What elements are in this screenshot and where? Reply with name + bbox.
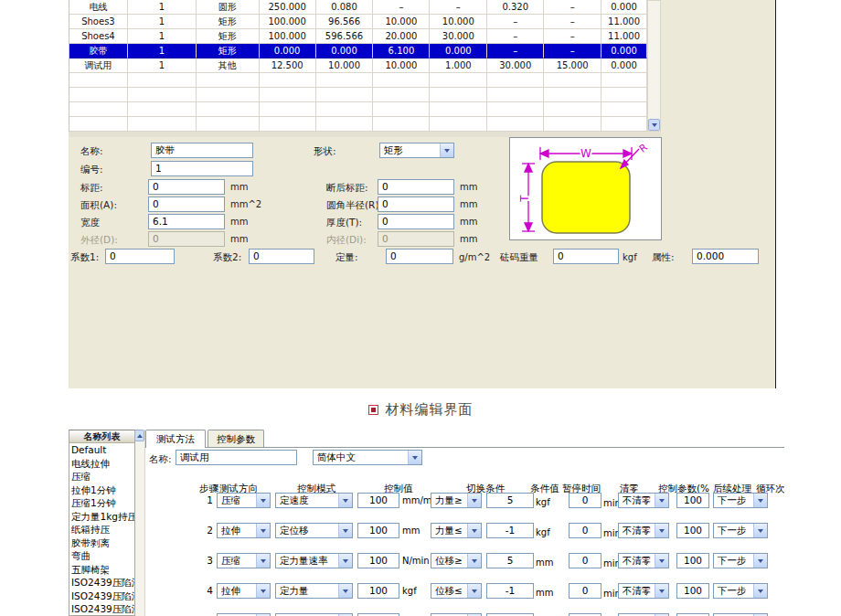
weight-field[interactable]: 0: [553, 249, 619, 264]
list-item[interactable]: 纸箱持压: [69, 523, 134, 536]
condition-value-field[interactable]: -1: [486, 583, 534, 599]
list-item[interactable]: Default: [69, 443, 134, 457]
control-mode-select[interactable]: 定位移: [275, 523, 353, 538]
list-item[interactable]: ISO2439压陷法: [69, 576, 134, 589]
condition-select[interactable]: 力量≥: [431, 493, 482, 508]
post-process-select[interactable]: 下一步: [713, 523, 768, 538]
attr-field[interactable]: 0.000: [692, 249, 759, 264]
chevron-down-icon[interactable]: [655, 494, 668, 507]
list-item[interactable]: 五脚椅架: [69, 563, 134, 577]
chevron-down-icon[interactable]: [753, 554, 767, 568]
list-item[interactable]: 定力量1kg持压: [69, 510, 134, 524]
scroll-down-button[interactable]: [648, 119, 660, 131]
chevron-down-icon[interactable]: [408, 451, 421, 464]
chevron-down-icon[interactable]: [338, 524, 352, 537]
table-row[interactable]: Shoes3 1 矩形 100.000 96.566 10.000 10.000…: [69, 15, 647, 29]
list-item[interactable]: 拉伸1分钟: [69, 483, 134, 497]
chevron-down-icon[interactable]: [655, 554, 668, 568]
chevron-down-icon[interactable]: [338, 584, 352, 598]
condition-value-field[interactable]: 5: [486, 493, 534, 508]
chevron-down-icon[interactable]: [338, 554, 352, 568]
control-mode-select[interactable]: 定力量速率: [275, 553, 353, 568]
chevron-down-icon[interactable]: [256, 524, 270, 537]
condition-select[interactable]: 位移≥: [431, 553, 482, 568]
chevron-down-icon[interactable]: [655, 524, 668, 537]
list-item[interactable]: 压缩: [69, 470, 134, 483]
condition-value-field[interactable]: -1: [486, 523, 534, 538]
list-item[interactable]: 胶带剥离: [69, 536, 134, 550]
pause-time-field[interactable]: 0: [569, 493, 601, 508]
control-param-field[interactable]: 100: [676, 553, 709, 568]
zero-select[interactable]: 不清零: [618, 523, 669, 538]
control-mode-select[interactable]: 定速度: [275, 493, 353, 508]
chevron-down-icon[interactable]: [655, 584, 668, 598]
table-row[interactable]: 电线 1 圆形 250.000 0.080 – – 0.320 – 0.000: [69, 0, 647, 15]
zero-select[interactable]: 不清零: [618, 583, 669, 599]
grammage-field[interactable]: 0: [386, 249, 453, 264]
chevron-down-icon[interactable]: [256, 494, 270, 507]
chevron-down-icon[interactable]: [440, 143, 453, 157]
condition-select[interactable]: 位移≤: [431, 583, 482, 599]
tab-control-params[interactable]: 控制参数: [208, 430, 264, 447]
method-name-field[interactable]: 调试用: [176, 450, 297, 465]
chevron-down-icon[interactable]: [467, 494, 481, 507]
table-row[interactable]: [69, 117, 647, 132]
zero-select[interactable]: 不清零: [618, 493, 669, 508]
table-row[interactable]: [69, 102, 647, 117]
radius-field[interactable]: 0: [378, 196, 454, 212]
post-process-select[interactable]: 下一步: [713, 493, 768, 508]
list-item[interactable]: 压缩1分钟: [69, 496, 134, 510]
control-param-field[interactable]: 100: [676, 523, 709, 538]
direction-select[interactable]: 压缩: [217, 493, 271, 508]
condition-select[interactable]: 力量≤: [431, 523, 482, 538]
control-value-field[interactable]: 100: [357, 553, 399, 568]
list-item[interactable]: 弯曲: [69, 549, 134, 563]
table-vertical-scrollbar[interactable]: [647, 0, 661, 132]
id-field[interactable]: 1: [151, 161, 253, 176]
control-value-field[interactable]: 100: [357, 583, 399, 599]
post-process-select[interactable]: 下一步: [713, 583, 768, 599]
area-field[interactable]: 0: [148, 196, 225, 212]
post-process-select[interactable]: 下一步: [713, 553, 768, 568]
sidebar-scrollbar[interactable]: [135, 430, 145, 616]
chevron-down-icon[interactable]: [753, 494, 767, 507]
table-row[interactable]: [69, 88, 647, 102]
zero-select[interactable]: 不清零: [618, 553, 669, 568]
chevron-down-icon[interactable]: [256, 554, 270, 568]
language-select[interactable]: 简体中文: [313, 450, 422, 465]
pause-time-field[interactable]: 0: [569, 523, 601, 538]
table-row[interactable]: 调试用 1 其他 12.500 10.000 10.000 1.000 30.0…: [69, 58, 647, 73]
direction-select[interactable]: 拉伸: [217, 583, 271, 599]
direction-select[interactable]: 拉伸: [217, 523, 271, 538]
name-list-header[interactable]: 名称列表: [69, 430, 134, 443]
pause-time-field[interactable]: 0: [569, 583, 601, 599]
chevron-down-icon[interactable]: [753, 584, 767, 598]
control-param-field[interactable]: 100: [676, 493, 709, 508]
table-row[interactable]: [69, 73, 647, 88]
control-value-field[interactable]: 100: [357, 523, 399, 538]
coef2-field[interactable]: 0: [249, 249, 314, 264]
chevron-down-icon[interactable]: [338, 494, 352, 507]
control-value-field[interactable]: 100: [357, 493, 399, 508]
break-gauge-field[interactable]: 0: [378, 179, 454, 195]
direction-select[interactable]: 压缩: [217, 553, 271, 568]
control-mode-select[interactable]: 定力量: [275, 583, 353, 599]
chevron-down-icon[interactable]: [467, 554, 481, 568]
name-field[interactable]: 胶带: [151, 143, 253, 158]
thickness-field[interactable]: 0: [378, 214, 454, 229]
scroll-up-button[interactable]: [134, 430, 144, 441]
width-field[interactable]: 6.1: [148, 214, 225, 229]
shape-select[interactable]: 矩形: [379, 143, 454, 158]
table-row[interactable]: 胶带 1 矩形 0.000 0.000 6.100 0.000 – – 0.00…: [69, 44, 647, 58]
list-item[interactable]: ISO2439压陷法: [69, 602, 134, 616]
chevron-down-icon[interactable]: [256, 584, 270, 598]
control-param-field[interactable]: 100: [676, 583, 709, 599]
gauge-field[interactable]: 0: [148, 179, 225, 195]
coef1-field[interactable]: 0: [105, 249, 175, 264]
chevron-down-icon[interactable]: [467, 524, 481, 537]
chevron-down-icon[interactable]: [467, 584, 481, 598]
list-item[interactable]: 电线拉伸: [69, 457, 134, 471]
tab-test-method[interactable]: 测试方法: [145, 430, 206, 448]
list-item[interactable]: ISO2439压陷法: [69, 589, 134, 603]
table-row[interactable]: Shoes4 1 矩形 100.000 596.566 20.000 30.00…: [69, 29, 647, 44]
